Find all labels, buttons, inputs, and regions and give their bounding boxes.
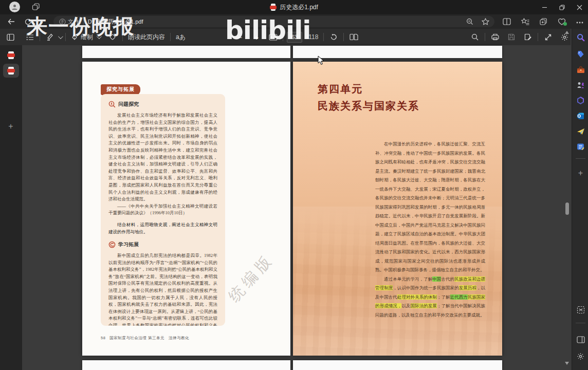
draw-dropdown-chevron[interactable] bbox=[97, 34, 102, 39]
tools-icon[interactable] bbox=[576, 65, 585, 74]
read-aloud-label: 朗读此页内容 bbox=[128, 33, 165, 42]
split-screen-icon[interactable] bbox=[503, 18, 511, 25]
edge-sidebar: + bbox=[572, 29, 588, 370]
tab-pdf-2-active[interactable] bbox=[3, 64, 19, 78]
bing-search-icon[interactable] bbox=[576, 33, 585, 42]
screenshot-icon[interactable] bbox=[576, 305, 585, 314]
print-icon[interactable] bbox=[489, 30, 501, 44]
zoom-in-button[interactable]: + bbox=[250, 30, 263, 44]
minimize-button[interactable] bbox=[536, 0, 553, 14]
toolbar-divider bbox=[122, 33, 123, 41]
unit-title-line1: 第四单元 bbox=[318, 82, 363, 96]
task-paragraph-1: 结合材料，运用唯物史观，阐述社会主义精神文明建设的作用与地位。 bbox=[108, 221, 217, 235]
highlighter-dropdown-chevron[interactable] bbox=[58, 34, 63, 39]
restore-button[interactable] bbox=[553, 0, 571, 14]
extension-icon bbox=[108, 241, 116, 248]
unit-intro-text: 在中国漫长的历史进程中，各民族迁徙汇聚、交流互补、冲突交融，推动了中国统一多民族… bbox=[375, 140, 485, 320]
sidebar-divider bbox=[576, 158, 585, 159]
intro-paragraph-2: 通过本单元的学习，了解中国古代的民族政策和边疆管理制度，认识中国作为统一多民族国… bbox=[375, 275, 485, 320]
explore-icon bbox=[108, 101, 116, 108]
document-title: 历史选必1.pdf bbox=[280, 3, 318, 12]
page-view-icon[interactable] bbox=[347, 30, 360, 44]
toolbar-divider bbox=[65, 33, 66, 41]
address-bar[interactable]: 文件 | D:/桌面/历史选必1.pdf bbox=[53, 16, 494, 27]
sidebar-settings-gear-icon[interactable] bbox=[576, 352, 585, 361]
essentials-badge bbox=[563, 22, 567, 26]
favorite-star-icon[interactable] bbox=[482, 18, 489, 25]
quote-source: ——《中共中央关于加强社会主义精神文明建设若干重要问题的决议》（1996年10月… bbox=[108, 203, 217, 217]
pdf-file-icon bbox=[270, 4, 277, 11]
section-badge: 探究与拓展 bbox=[101, 84, 140, 95]
toolbar-divider bbox=[343, 33, 344, 41]
page-number-input[interactable]: 63 bbox=[287, 32, 302, 43]
zoom-indicator-icon[interactable] bbox=[466, 18, 473, 25]
contents-icon[interactable] bbox=[24, 30, 36, 44]
draw-tool[interactable]: 绘制 bbox=[69, 30, 95, 44]
outlook-icon[interactable] bbox=[576, 112, 585, 120]
pdf-page-right: 第四单元 民族关系与国家关系 在中国漫长的历史进程中，各民族迁徙汇聚、交流互补、… bbox=[293, 62, 502, 356]
read-aloud-button[interactable]: 朗读此页内容 bbox=[126, 30, 167, 44]
microsoft-365-icon[interactable] bbox=[576, 96, 585, 105]
title-bar: 历史选必1.pdf bbox=[0, 0, 588, 14]
unit-title-line2: 民族关系与国家关系 bbox=[318, 99, 419, 113]
question-explore-header: 问题探究 bbox=[108, 101, 217, 108]
collections-icon[interactable] bbox=[540, 18, 547, 25]
address-path: D:/桌面/历史选必1.pdf bbox=[88, 18, 143, 26]
rotate-icon[interactable] bbox=[327, 30, 340, 44]
draw-label: 绘制 bbox=[81, 33, 93, 42]
pdf-file-icon bbox=[7, 51, 15, 59]
designer-icon[interactable] bbox=[576, 142, 585, 151]
toolbar-divider bbox=[283, 33, 283, 41]
mouse-cursor bbox=[318, 55, 324, 65]
drop-icon[interactable] bbox=[576, 127, 585, 136]
next-page-left-edge bbox=[82, 360, 290, 370]
search-document-icon[interactable] bbox=[469, 30, 481, 44]
back-icon[interactable] bbox=[6, 17, 16, 26]
sidebar-add-button[interactable]: + bbox=[576, 169, 585, 177]
eraser-icon[interactable] bbox=[106, 30, 119, 44]
highlighter-icon[interactable] bbox=[44, 30, 56, 44]
pdf-page-left: 探究与拓展 问题探究 发展社会主义市场经济有利于解放和发展社会主义社会的生产力，… bbox=[82, 62, 290, 356]
more-menu-icon[interactable] bbox=[576, 19, 583, 26]
tab-pdf-1[interactable] bbox=[3, 48, 19, 62]
next-page-right-edge bbox=[293, 360, 502, 370]
address-bar-row: 文件 | D:/桌面/历史选必1.pdf bbox=[0, 14, 588, 29]
page-total-label: /118 bbox=[305, 30, 320, 44]
fit-to-width-icon[interactable] bbox=[267, 30, 279, 44]
pen-icon bbox=[71, 33, 78, 41]
quote-paragraph: 发展社会主义市场经济有利于解放和发展社会主义社会的生产力，增强社会主义国家的综合… bbox=[108, 112, 217, 203]
character-display-icon[interactable]: aあ bbox=[174, 30, 187, 44]
extension-paragraph: 新中国成立后的几部宪法的结构都是四章。1982年以前宪法的结构顺序为“序言”“总… bbox=[108, 252, 217, 326]
vertical-tab-strip: + bbox=[0, 45, 22, 370]
pdf-file-icon bbox=[7, 67, 15, 75]
address-separator: | bbox=[83, 18, 84, 25]
edge-window: 历史选必1.pdf 文件 | D:/桌面/历史选必1.pdf bbox=[0, 0, 588, 370]
sidebar-panel-toggle-icon[interactable] bbox=[576, 335, 585, 344]
fullscreen-icon[interactable] bbox=[542, 30, 554, 44]
new-tab-button[interactable]: + bbox=[5, 120, 17, 133]
previous-page-left-edge bbox=[82, 46, 290, 58]
zoom-out-button[interactable]: − bbox=[234, 30, 246, 44]
intro-paragraph-1: 在中国漫长的历史进程中，各民族迁徙汇聚、交流互补、冲突交融，推动了中国统一多民族… bbox=[375, 140, 485, 275]
favorites-list-icon[interactable] bbox=[521, 18, 529, 25]
page-footer: 58 国家制度与社会治理 第三单元 法律与教化 bbox=[101, 336, 189, 341]
toolbar-divider bbox=[40, 33, 40, 41]
save-icon[interactable] bbox=[505, 30, 518, 44]
save-as-icon[interactable] bbox=[522, 30, 534, 44]
close-button[interactable] bbox=[571, 0, 588, 14]
browser-essentials-icon[interactable] bbox=[558, 18, 566, 25]
sidebar-divider bbox=[576, 323, 585, 323]
previous-page-right-edge bbox=[293, 46, 502, 58]
toc-panel-toggle-icon[interactable] bbox=[4, 30, 16, 44]
file-scheme-label: 文件 bbox=[68, 18, 79, 26]
refresh-icon[interactable] bbox=[23, 17, 33, 26]
pdf-viewer-canvas: 探究与拓展 问题探究 发展社会主义市场经济有利于解放和发展社会主义社会的生产力，… bbox=[22, 45, 562, 370]
file-icon bbox=[59, 18, 66, 25]
toolbar-divider bbox=[485, 33, 485, 41]
games-icon[interactable] bbox=[576, 81, 585, 89]
scrollbar-thumb[interactable] bbox=[565, 202, 569, 215]
scroll-up-arrow[interactable] bbox=[565, 31, 569, 34]
explore-box: 问题探究 发展社会主义市场经济有利于解放和发展社会主义社会的生产力，增强社会主义… bbox=[101, 94, 225, 326]
scroll-down-arrow[interactable] bbox=[565, 362, 569, 365]
shopping-icon[interactable] bbox=[576, 50, 585, 59]
